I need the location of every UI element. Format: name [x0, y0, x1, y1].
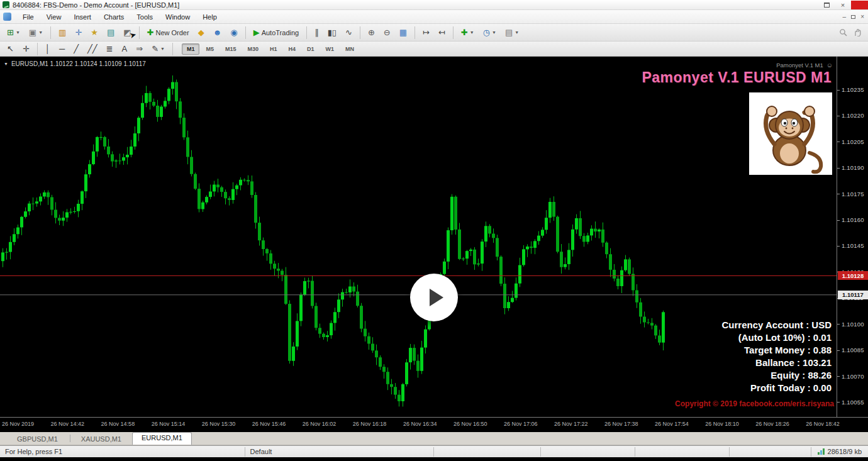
candle: [92, 152, 95, 164]
equidistant-channel-button[interactable]: ╱╱: [84, 43, 101, 55]
data-window-icon: ✛: [75, 28, 82, 36]
candle: [635, 291, 638, 303]
timeframe-m15[interactable]: M15: [220, 43, 242, 55]
indicator-title: Pamonyet V.1 EURUSD M1: [642, 69, 832, 86]
chart-tab-eurusd[interactable]: EURUSD,M1: [132, 432, 192, 445]
bars-icon: ∥: [314, 28, 319, 36]
candle: [103, 137, 106, 147]
candle: [375, 350, 378, 357]
menu-item-tools[interactable]: Tools: [130, 11, 159, 23]
timeframe-toolbar: M1M5M15M30H1H4D1W1MN: [181, 43, 360, 55]
indicators-button[interactable]: ✚▼: [457, 26, 478, 40]
vertical-line-button[interactable]: │: [42, 43, 54, 55]
candle: [160, 107, 163, 117]
shapes-button[interactable]: ✎▼: [148, 43, 169, 55]
price-tick-label: 1.10190: [842, 164, 864, 171]
account-info-line: Equity : 88.26: [722, 369, 832, 382]
bar-chart-mode-button[interactable]: ∥: [311, 26, 323, 40]
status-profile[interactable]: Default: [245, 447, 434, 457]
video-play-button[interactable]: [410, 274, 458, 321]
auto-scroll-button[interactable]: ↦: [419, 26, 433, 40]
restore-window-button[interactable]: [818, 0, 835, 9]
close-child-icon[interactable]: ×: [860, 13, 864, 20]
price-tick-label: 1.10085: [842, 347, 864, 353]
periods-button[interactable]: ◷▼: [479, 26, 500, 40]
candle: [458, 230, 461, 259]
timeframe-h4[interactable]: H4: [284, 43, 301, 55]
price-axis[interactable]: 1.102351.102201.102051.101901.101751.101…: [837, 57, 868, 417]
text-label-button[interactable]: A: [118, 43, 131, 55]
cursor-button[interactable]: ↖: [3, 43, 18, 55]
dropdown-arrow-icon[interactable]: ▼: [38, 30, 43, 35]
menu-item-file[interactable]: File: [16, 11, 40, 23]
zoom-out-button[interactable]: ⊖: [380, 26, 394, 40]
help-search-icon[interactable]: [839, 28, 847, 36]
fibonacci-button[interactable]: ≣: [103, 43, 117, 55]
profiles-button[interactable]: ▣▼: [25, 26, 47, 40]
grab-hand-icon[interactable]: [854, 28, 862, 36]
dropdown-arrow-icon[interactable]: ▼: [16, 30, 20, 35]
timeframe-m30[interactable]: M30: [243, 43, 264, 55]
minimize-child-icon[interactable]: –: [843, 13, 847, 20]
account-info-line: Currency Account : USD: [722, 319, 832, 331]
line-chart-mode-button[interactable]: ∿: [342, 26, 356, 40]
candle: [598, 230, 601, 231]
mql5-community-button[interactable]: ☻: [209, 26, 226, 40]
chart-tab-gbpusd[interactable]: GBPUSD,M1: [8, 433, 67, 445]
red-corner-badge: [851, 1, 868, 9]
dropdown-arrow-icon[interactable]: ▼: [160, 47, 165, 51]
timeframe-h1[interactable]: H1: [265, 43, 282, 55]
new-chart-button[interactable]: ⊞▼: [3, 26, 24, 40]
chart-menu-arrow-icon[interactable]: ▼: [4, 62, 8, 66]
terminal-icon: ▤: [107, 28, 114, 36]
dropdown-arrow-icon[interactable]: ▼: [515, 30, 519, 35]
time-tick-label: 26 Nov 17:38: [604, 421, 638, 427]
candle: [337, 299, 340, 312]
arrow-objects-button[interactable]: ⇒: [132, 43, 147, 55]
crosshair-button[interactable]: ✛: [19, 43, 33, 55]
price-tick-mark: [837, 90, 840, 91]
close-window-button[interactable]: ×: [835, 0, 851, 9]
menu-item-window[interactable]: Window: [159, 11, 196, 23]
timeframe-mn[interactable]: MN: [340, 43, 359, 55]
chart-window[interactable]: ▼ EURUSD,M1 1.10122 1.10124 1.10109 1.10…: [0, 57, 868, 417]
candle-chart-mode-button[interactable]: ▮▯: [324, 26, 340, 40]
horizontal-line-button[interactable]: ─: [55, 43, 69, 55]
restore-child-icon[interactable]: [851, 15, 855, 19]
toolbar-separator: [50, 26, 51, 39]
template-icon: ▤: [505, 28, 513, 36]
candlestick-plot[interactable]: [0, 57, 837, 417]
time-axis[interactable]: 26 Nov 201926 Nov 14:4226 Nov 14:5826 No…: [0, 417, 868, 432]
candle: [605, 243, 608, 255]
timeframe-m1[interactable]: M1: [182, 43, 200, 55]
timeframe-d1[interactable]: D1: [302, 43, 320, 55]
menu-item-charts[interactable]: Charts: [97, 11, 130, 23]
time-tick-label: 26 Nov 15:14: [152, 421, 186, 427]
market-button[interactable]: ◉: [226, 26, 241, 40]
chart-shift-button[interactable]: ↤: [435, 26, 449, 40]
timeframe-m5[interactable]: M5: [201, 43, 219, 55]
dropdown-arrow-icon[interactable]: ▼: [470, 30, 474, 35]
dropdown-arrow-icon[interactable]: ▼: [492, 30, 496, 35]
templates-button[interactable]: ▤▼: [501, 26, 523, 40]
new-order-button[interactable]: ✚New Order: [143, 26, 193, 40]
candle: [409, 348, 412, 362]
price-tick-label: 1.10100: [842, 321, 864, 328]
tile-windows-button[interactable]: ▦: [396, 26, 411, 40]
zoom-in-button[interactable]: ⊕: [364, 26, 379, 40]
arrows-icon: ⇒: [136, 45, 143, 53]
menu-item-view[interactable]: View: [40, 11, 68, 23]
timeframe-w1[interactable]: W1: [321, 43, 340, 55]
autotrading-button[interactable]: ▶AutoTrading: [250, 26, 303, 40]
menu-item-help[interactable]: Help: [196, 11, 223, 23]
candle: [348, 287, 352, 293]
terminal-button[interactable]: ▤: [103, 26, 118, 40]
window-title: 8406884: FBS-Demo - Demo Account - [EURU…: [13, 1, 179, 9]
market-watch-button[interactable]: ▥: [55, 26, 70, 40]
data-window-button[interactable]: ✛: [71, 26, 86, 40]
trendline-button[interactable]: ╱: [70, 43, 82, 55]
metaeditor-button[interactable]: ◆: [194, 26, 208, 40]
menu-item-insert[interactable]: Insert: [67, 11, 97, 23]
navigator-button[interactable]: ★: [87, 26, 102, 40]
chart-tab-xauusd[interactable]: XAUUSD,M1: [72, 433, 131, 445]
